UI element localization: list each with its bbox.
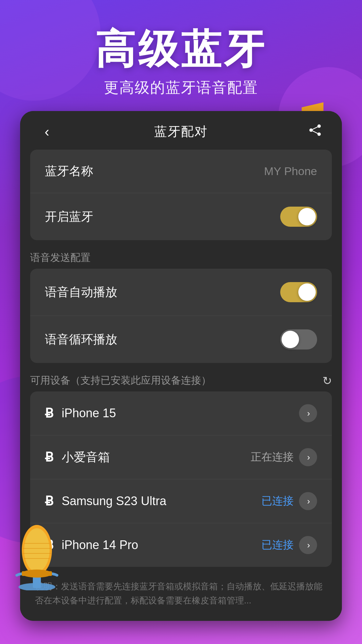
device-status-xiaoai: 正在连接	[251, 450, 294, 465]
device-right-xiaoai: 正在连接 ›	[251, 448, 317, 466]
chevron-right-icon: ›	[307, 408, 310, 419]
footer-note: 说明：发送语音需要先连接蓝牙音箱或模拟音箱；自动播放、低延迟播放能否在本设备中进…	[20, 570, 342, 621]
device-chevron-xiaoai[interactable]: ›	[299, 448, 317, 466]
device-name-iphone15: iPhone 15	[62, 406, 116, 420]
device-list-card: Ƀ iPhone 15 › Ƀ 小爱音箱 正在连接 ›	[30, 391, 332, 567]
bluetooth-icon: Ƀ	[45, 494, 54, 508]
bluetooth-name-value: MY Phone	[264, 165, 317, 178]
devices-section-label: 可用设备（支持已安装此应用设备连接）	[30, 374, 211, 387]
svg-line-6	[311, 130, 319, 134]
bluetooth-enable-row: 开启蓝牙	[30, 193, 332, 240]
loop-play-thumb	[282, 331, 299, 348]
device-right-iphone14: 已连接 ›	[261, 536, 317, 554]
device-status-iphone14: 已连接	[261, 538, 294, 552]
devices-section-header: 可用设备（支持已安装此应用设备连接） ↻	[20, 366, 342, 391]
nav-header: ‹ 蓝牙配对	[20, 111, 342, 150]
device-chevron-iphone14[interactable]: ›	[299, 536, 317, 554]
bluetooth-icon: Ƀ	[45, 406, 54, 421]
refresh-button[interactable]: ↻	[322, 374, 332, 387]
auto-play-label: 语音自动播放	[45, 284, 117, 301]
loop-play-label: 语音循环播放	[45, 331, 117, 348]
share-button[interactable]	[305, 123, 325, 140]
auto-play-thumb	[298, 283, 316, 301]
table-row: Ƀ iPhone 14 Pro 已连接 ›	[30, 523, 332, 567]
device-right-samsung: 已连接 ›	[261, 492, 317, 510]
microphone-decoration	[10, 523, 64, 590]
device-chevron-samsung[interactable]: ›	[299, 492, 317, 510]
hero-section: 高级蓝牙 更高级的蓝牙语音配置	[0, 0, 362, 111]
device-left-samsung: Ƀ Samsung S23 Ultra	[45, 494, 166, 508]
back-button[interactable]: ‹	[37, 124, 57, 140]
table-row: Ƀ 小爱音箱 正在连接 ›	[30, 435, 332, 479]
toggle-thumb	[298, 208, 316, 225]
bluetooth-name-label: 蓝牙名称	[45, 163, 93, 179]
bluetooth-settings-section: 蓝牙名称 MY Phone 开启蓝牙	[30, 150, 332, 240]
hero-subtitle: 更高级的蓝牙语音配置	[0, 78, 362, 98]
phone-card: ‹ 蓝牙配对 蓝牙名称 MY Phone 开启蓝牙	[20, 111, 342, 621]
auto-play-row: 语音自动播放	[30, 269, 332, 316]
bluetooth-enable-toggle[interactable]	[280, 207, 317, 227]
loop-play-row: 语音循环播放	[30, 316, 332, 363]
loop-play-toggle[interactable]	[280, 329, 317, 350]
svg-point-2	[317, 124, 321, 128]
device-left-xiaoai: Ƀ 小爱音箱	[45, 449, 110, 466]
device-name-samsung: Samsung S23 Ultra	[62, 494, 166, 508]
device-chevron-iphone15[interactable]: ›	[299, 404, 317, 422]
nav-title: 蓝牙配对	[154, 123, 208, 140]
hero-title: 高级蓝牙	[0, 27, 362, 71]
svg-point-10	[24, 528, 50, 572]
bluetooth-settings-card: 蓝牙名称 MY Phone 开启蓝牙	[30, 150, 332, 240]
table-row: Ƀ Samsung S23 Ultra 已连接 ›	[30, 479, 332, 523]
voice-settings-section: 语音自动播放 语音循环播放	[30, 269, 332, 363]
svg-rect-16	[22, 571, 52, 576]
voice-section-label: 语音发送配置	[20, 243, 342, 269]
bluetooth-enable-label: 开启蓝牙	[45, 209, 93, 225]
chevron-right-icon: ›	[307, 540, 310, 550]
device-status-samsung: 已连接	[261, 494, 294, 508]
chevron-right-icon: ›	[307, 496, 310, 506]
table-row: Ƀ iPhone 15 ›	[30, 391, 332, 435]
chevron-right-icon: ›	[307, 452, 310, 463]
device-right-iphone15: ›	[299, 404, 317, 422]
device-left-iphone15: Ƀ iPhone 15	[45, 406, 116, 421]
auto-play-toggle[interactable]	[280, 282, 317, 302]
device-name-xiaoai: 小爱音箱	[62, 449, 110, 466]
bluetooth-icon: Ƀ	[45, 450, 54, 465]
device-name-iphone14: iPhone 14 Pro	[62, 538, 138, 552]
svg-line-5	[311, 126, 319, 130]
bluetooth-name-row: 蓝牙名称 MY Phone	[30, 150, 332, 193]
voice-settings-card: 语音自动播放 语音循环播放	[30, 269, 332, 363]
